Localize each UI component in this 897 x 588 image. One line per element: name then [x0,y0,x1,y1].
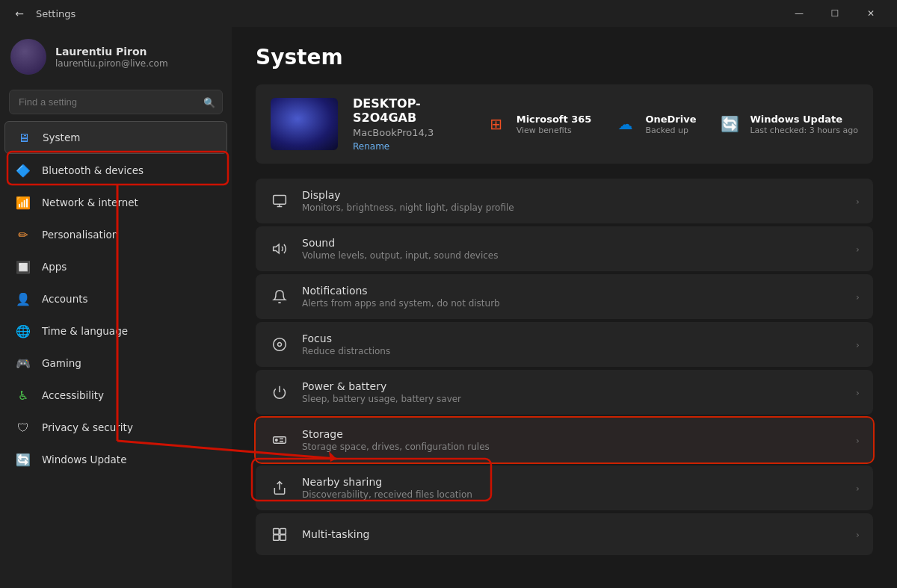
settings-item-sub: Sleep, battery usage, battery saver [302,394,844,404]
bluetooth-icon: 🔷 [15,162,31,179]
rename-link[interactable]: Rename [353,141,469,152]
settings-item-sound[interactable]: Sound Volume levels, output, input, soun… [256,226,873,271]
nearby-icon [269,477,290,498]
settings-item-sub: Discoverability, received files location [302,489,844,500]
sidebar-item-label: Apps [42,261,67,273]
settings-item-sub: Alerts from apps and system, do not dist… [302,298,844,309]
user-profile[interactable]: Laurentiu Piron laurentiu.piron@live.com [0,27,232,87]
sidebar-item-windows-update[interactable]: 🔄 Windows Update [4,444,227,475]
onedrive-icon: ☁ [612,111,638,137]
sidebar-item-accessibility[interactable]: ♿ Accessibility [4,380,227,411]
privacy-icon: 🛡 [15,419,31,436]
search-box: 🔍 [9,90,223,114]
sidebar-item-label: Time & language [42,325,128,337]
settings-item-title: Multi-tasking [302,528,844,540]
search-input[interactable] [9,90,223,114]
device-image [271,98,338,150]
chevron-right-icon: › [856,291,860,303]
device-card: DESKTOP-S2O4GAB MacBookPro14,3 Rename ⊞ … [256,84,873,164]
sidebar-item-time[interactable]: 🌐 Time & language [4,315,227,347]
settings-item-sub: Storage space, drives, configuration rul… [302,442,844,452]
sidebar-item-accounts[interactable]: 👤 Accounts [4,283,227,315]
settings-item-title: Storage [302,428,844,440]
service-microsoft365[interactable]: ⊞ Microsoft 365 View benefits [484,111,592,137]
search-icon: 🔍 [203,96,215,108]
settings-item-title: Nearby sharing [302,476,844,488]
chevron-right-icon: › [856,483,860,494]
settings-item-title: Notifications [302,285,844,297]
time-icon: 🌐 [15,323,31,339]
settings-item-storage[interactable]: Storage Storage space, drives, configura… [256,418,873,462]
settings-item-multitasking[interactable]: Multi-tasking › [256,513,873,555]
sidebar-item-privacy[interactable]: 🛡 Privacy & security [4,412,227,443]
accessibility-icon: ♿ [15,387,31,403]
chevron-right-icon: › [856,339,860,350]
focus-icon [269,334,290,355]
microsoft365-icon: ⊞ [484,111,509,137]
sidebar-item-personalisation[interactable]: ✏️ Personalisation [4,219,227,250]
personalisation-icon: ✏️ [15,226,31,243]
service-name: OneDrive [645,114,696,125]
close-button[interactable]: ✕ [854,1,888,25]
gaming-icon: 🎮 [15,355,31,371]
settings-item-title: Focus [302,332,844,344]
svg-rect-15 [280,535,286,541]
back-icon: ← [15,7,24,19]
user-name: Laurentiu Piron [55,46,221,58]
svg-marker-3 [274,244,280,253]
settings-item-sub: Volume levels, output, input, sound devi… [302,250,844,261]
chevron-right-icon: › [856,244,860,255]
network-icon: 📶 [15,194,31,211]
sidebar-item-gaming[interactable]: 🎮 Gaming [4,347,227,379]
settings-item-notifications[interactable]: Notifications Alerts from apps and syste… [256,274,873,319]
settings-item-nearby[interactable]: Nearby sharing Discoverability, received… [256,465,873,510]
sidebar-item-label: Accessibility [42,389,104,401]
service-onedrive[interactable]: ☁ OneDrive Backed up [612,111,696,137]
settings-item-title: Sound [302,237,844,249]
sidebar-item-label: Windows Update [42,454,126,465]
svg-rect-0 [274,196,286,205]
sidebar-item-label: Accounts [42,293,88,305]
back-button[interactable]: ← [9,3,30,24]
service-name: Microsoft 365 [517,114,592,125]
svg-rect-14 [274,535,280,541]
sidebar-item-apps[interactable]: 🔲 Apps [4,251,227,282]
notifications-icon [269,286,290,307]
sidebar: Laurentiu Piron laurentiu.piron@live.com… [0,27,232,588]
settings-item-sub: Monitors, brightness, night light, displ… [302,202,844,213]
settings-item-power[interactable]: Power & battery Sleep, battery usage, ba… [256,370,873,415]
sidebar-item-system[interactable]: 🖥 System [4,121,227,154]
nav-list: 🖥 System 🔷 Bluetooth & devices 📶 Network… [0,120,232,476]
storage-icon [269,430,290,451]
sidebar-item-label: Bluetooth & devices [42,164,144,176]
chevron-right-icon: › [856,529,860,540]
power-icon [269,382,290,403]
sidebar-item-bluetooth[interactable]: 🔷 Bluetooth & devices [4,155,227,186]
svg-rect-12 [274,529,280,535]
settings-list: Display Monitors, brightness, night ligh… [256,179,873,555]
windows-update-icon: 🔄 [15,451,31,468]
device-services: ⊞ Microsoft 365 View benefits ☁ OneDrive… [484,111,858,137]
sidebar-item-network[interactable]: 📶 Network & internet [4,187,227,218]
minimize-button[interactable]: — [782,1,816,25]
sound-icon [269,238,290,259]
settings-item-display[interactable]: Display Monitors, brightness, night ligh… [256,179,873,223]
display-icon [269,191,290,211]
system-icon: 🖥 [16,129,32,146]
window-controls: — ☐ ✕ [782,1,888,25]
maximize-button[interactable]: ☐ [818,1,852,25]
accounts-icon: 👤 [15,291,31,307]
service-sub: Backed up [645,126,696,135]
chevron-right-icon: › [856,435,860,446]
settings-item-title: Power & battery [302,380,844,392]
service-windows-update[interactable]: 🔄 Windows Update Last checked: 3 hours a… [717,111,858,137]
sidebar-item-label: System [43,131,80,143]
apps-icon: 🔲 [15,259,31,275]
multitasking-icon [269,524,290,545]
chevron-right-icon: › [856,196,860,207]
svg-point-5 [278,343,282,347]
service-name: Windows Update [750,114,858,125]
settings-item-focus[interactable]: Focus Reduce distractions › [256,322,873,367]
avatar [10,39,46,75]
app-body: Laurentiu Piron laurentiu.piron@live.com… [0,27,897,588]
